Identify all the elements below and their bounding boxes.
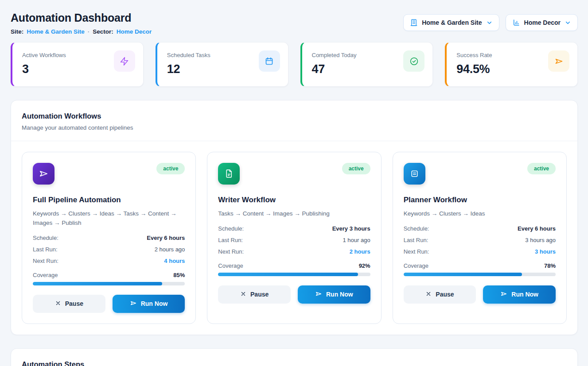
header-selectors: Home & Garden Site Home Decor xyxy=(403,14,578,31)
last-run-value: 2 hours ago xyxy=(155,246,185,253)
workflow-actions: Pause Run Now xyxy=(404,285,556,304)
site-selector-dropdown[interactable]: Home & Garden Site xyxy=(403,14,499,31)
workflows-panel-title: Automation Workflows xyxy=(22,112,567,120)
coverage-progressbar xyxy=(404,273,556,276)
send-icon xyxy=(315,290,322,299)
next-run-label: Next Run: xyxy=(404,248,429,255)
coverage-progress-fill xyxy=(33,282,162,285)
bar-chart-icon xyxy=(512,19,520,27)
pause-button[interactable]: Pause xyxy=(218,285,291,304)
coverage-label: Coverage xyxy=(218,262,243,269)
run-now-button[interactable]: Run Now xyxy=(298,285,370,304)
document-icon xyxy=(218,163,240,185)
workflow-card-top: active xyxy=(404,163,556,185)
automation-steps-panel: Automation Steps Configure which steps a… xyxy=(11,348,578,366)
x-icon xyxy=(240,291,246,298)
page-title: Automation Dashboard xyxy=(11,12,152,24)
stat-card-completed-today: Completed Today 47 xyxy=(300,42,433,87)
sector-selector-value: Home Decor xyxy=(524,19,561,26)
schedule-label: Schedule: xyxy=(33,235,58,241)
send-icon xyxy=(33,163,55,185)
workflow-card-planner: active Planner Workflow Keywords → Clust… xyxy=(393,152,567,324)
coverage-progressbar xyxy=(218,273,370,276)
chevron-down-icon xyxy=(486,19,493,26)
workflow-actions: Pause Run Now xyxy=(33,295,185,313)
stat-card-scheduled-tasks: Scheduled Tasks 12 xyxy=(156,42,288,87)
run-now-button[interactable]: Run Now xyxy=(483,285,556,304)
workflows-panel-subtitle: Manage your automated content pipelines xyxy=(22,124,567,131)
workflow-title: Writer Workflow xyxy=(218,196,370,204)
pause-button[interactable]: Pause xyxy=(33,295,105,313)
steps-panel-title: Automation Steps xyxy=(22,360,567,366)
coverage-value: 85% xyxy=(173,272,185,278)
schedule-label: Schedule: xyxy=(404,225,429,232)
workflow-meta: Schedule:Every 6 hours Last Run:3 hours … xyxy=(404,225,556,260)
sector-link[interactable]: Home Decor xyxy=(117,28,152,35)
chevron-down-icon xyxy=(565,19,571,26)
status-badge: active xyxy=(156,163,185,174)
workflow-pipeline: Keywords → Clusters → Ideas → Tasks → Co… xyxy=(33,209,185,228)
schedule-value: Every 3 hours xyxy=(332,225,370,232)
stats-row: Active Workflows 3 Scheduled Tasks 12 Co… xyxy=(11,42,578,87)
status-badge: active xyxy=(342,163,370,174)
workflow-meta: Schedule:Every 6 hours Last Run:2 hours … xyxy=(33,235,185,269)
run-now-button-label: Run Now xyxy=(326,291,353,298)
last-run-label: Last Run: xyxy=(33,246,58,253)
send-icon xyxy=(130,300,137,308)
next-run-value: 4 hours xyxy=(164,258,185,264)
pause-button-label: Pause xyxy=(436,291,454,298)
coverage-block: Coverage92% xyxy=(218,262,370,276)
coverage-label: Coverage xyxy=(33,272,58,278)
last-run-value: 1 hour ago xyxy=(343,237,370,243)
workflow-card-writer: active Writer Workflow Tasks → Content →… xyxy=(207,152,381,324)
site-selector-value: Home & Garden Site xyxy=(422,19,482,26)
page-header: Automation Dashboard Site: Home & Garden… xyxy=(11,12,578,35)
workflow-title: Planner Workflow xyxy=(404,196,556,204)
stat-card-active-workflows: Active Workflows 3 xyxy=(11,42,144,87)
coverage-value: 92% xyxy=(359,262,370,269)
last-run-label: Last Run: xyxy=(218,237,243,243)
lightning-icon xyxy=(114,50,135,72)
workflow-card-top: active xyxy=(33,163,185,185)
list-icon xyxy=(404,163,425,185)
stat-card-success-rate: Success Rate 94.5% xyxy=(445,42,578,87)
workflow-actions: Pause Run Now xyxy=(218,285,370,304)
workflow-pipeline: Keywords → Clusters → Ideas xyxy=(404,209,556,219)
x-icon xyxy=(55,300,61,308)
next-run-label: Next Run: xyxy=(33,258,58,264)
pause-button-label: Pause xyxy=(65,300,83,307)
next-run-value: 3 hours xyxy=(535,248,556,255)
coverage-progress-fill xyxy=(218,273,358,276)
automation-workflows-panel: Automation Workflows Manage your automat… xyxy=(11,100,578,335)
run-now-button-label: Run Now xyxy=(141,300,168,307)
coverage-block: Coverage78% xyxy=(404,262,556,276)
separator-dot: · xyxy=(88,28,90,35)
next-run-value: 2 hours xyxy=(350,248,370,255)
workflow-meta: Schedule:Every 3 hours Last Run:1 hour a… xyxy=(218,225,370,260)
schedule-value: Every 6 hours xyxy=(147,235,185,241)
site-label: Site: xyxy=(11,28,23,35)
building-icon xyxy=(410,19,418,27)
schedule-label: Schedule: xyxy=(218,225,244,232)
x-icon xyxy=(425,291,432,298)
next-run-label: Next Run: xyxy=(218,248,244,255)
run-now-button[interactable]: Run Now xyxy=(113,295,185,313)
schedule-value: Every 6 hours xyxy=(518,225,556,232)
site-link[interactable]: Home & Garden Site xyxy=(27,28,85,35)
run-now-button-label: Run Now xyxy=(511,291,538,298)
pause-button-label: Pause xyxy=(250,291,269,298)
pause-button[interactable]: Pause xyxy=(404,285,476,304)
workflow-title: Full Pipeline Automation xyxy=(33,196,185,204)
coverage-block: Coverage85% xyxy=(33,272,185,285)
status-badge: active xyxy=(527,163,556,174)
header-left: Automation Dashboard Site: Home & Garden… xyxy=(11,12,152,35)
send-icon xyxy=(500,290,507,299)
coverage-progress-fill xyxy=(404,273,522,276)
breadcrumb: Site: Home & Garden Site · Sector: Home … xyxy=(11,28,152,35)
check-circle-icon xyxy=(403,50,424,72)
workflow-cards-grid: active Full Pipeline Automation Keywords… xyxy=(11,141,577,335)
steps-panel-header: Automation Steps Configure which steps a… xyxy=(11,349,577,366)
calendar-icon xyxy=(259,50,280,72)
coverage-value: 78% xyxy=(544,262,556,269)
sector-selector-dropdown[interactable]: Home Decor xyxy=(506,14,578,31)
